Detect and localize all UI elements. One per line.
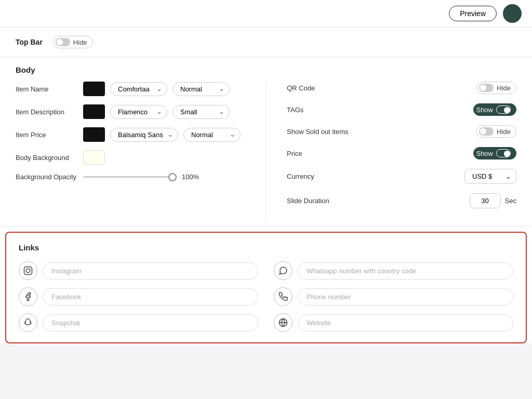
links-grid (19, 261, 513, 332)
facebook-input[interactable] (43, 288, 258, 305)
whatsapp-icon (274, 261, 292, 280)
currency-select[interactable]: USD $ (464, 169, 516, 184)
list-item (19, 287, 258, 306)
item-name-size-select[interactable]: Normal (172, 82, 230, 96)
item-price-color[interactable] (83, 127, 105, 142)
duration-input-wrapper: Sec (470, 193, 516, 208)
toggle-thumb (57, 39, 63, 45)
right-panel: QR Code Hide TAGs Show (266, 82, 516, 218)
opacity-label: Background Opacity (16, 173, 78, 181)
list-item (19, 313, 258, 332)
sold-out-toggle[interactable]: Hide (476, 125, 516, 138)
whatsapp-input[interactable] (298, 262, 513, 280)
list-item (274, 261, 513, 280)
list-item (274, 313, 513, 332)
opacity-slider-track[interactable] (83, 176, 177, 178)
opacity-slider-thumb[interactable] (168, 173, 177, 181)
price-toggle-text: Show (476, 150, 493, 157)
user-avatar (503, 4, 522, 23)
body-section: Body Item Name Comfortaa Normal (0, 57, 532, 227)
sold-out-toggle-track (479, 127, 494, 136)
sec-label: Sec (505, 197, 516, 205)
top-bar-label: Top Bar (16, 38, 43, 46)
item-description-row: Item Description Flamenco Small (16, 104, 245, 119)
item-description-size-select[interactable]: Small (172, 105, 230, 119)
slide-duration-row: Slide Duration Sec (287, 193, 516, 208)
phone-input[interactable] (298, 288, 513, 305)
item-name-row: Item Name Comfortaa Normal (16, 82, 245, 96)
instagram-input[interactable] (43, 262, 258, 280)
sold-out-toggle-thumb (480, 128, 486, 135)
list-item (274, 287, 513, 306)
sold-out-row: Show Sold out items Hide (287, 125, 516, 138)
item-name-color[interactable] (83, 82, 105, 96)
svg-point-2 (30, 268, 31, 269)
opacity-value: 100% (182, 173, 199, 181)
top-bar-header: Preview (0, 0, 532, 28)
svg-point-1 (26, 269, 30, 273)
qr-code-toggle-text: Hide (497, 84, 511, 92)
qr-code-toggle-thumb (480, 85, 486, 91)
price-toggle-track (496, 149, 511, 157)
snapchat-icon (19, 313, 37, 332)
tags-toggle-track (496, 105, 511, 114)
website-input[interactable] (298, 314, 513, 331)
qr-code-toggle[interactable]: Hide (476, 82, 516, 94)
toggle-track (56, 38, 70, 46)
instagram-icon (19, 261, 37, 280)
item-price-label: Item Price (16, 131, 78, 139)
item-description-color[interactable] (83, 104, 105, 119)
opacity-row: Background Opacity 100% (16, 173, 245, 181)
links-title: Links (19, 243, 513, 252)
tags-toggle-thumb (504, 107, 510, 113)
svg-rect-0 (24, 267, 32, 275)
preview-button[interactable]: Preview (449, 6, 497, 21)
facebook-icon (19, 287, 37, 306)
tags-label: TAGs (287, 106, 360, 114)
qr-code-toggle-track (479, 84, 494, 92)
body-background-row: Body Background (16, 150, 245, 165)
sold-out-toggle-text: Hide (497, 128, 511, 136)
sold-out-label: Show Sold out items (287, 128, 360, 136)
item-price-font-select[interactable]: Balsamiq Sans (110, 128, 178, 142)
tags-toggle[interactable]: Show (473, 103, 516, 116)
website-icon (274, 313, 292, 332)
price-toggle[interactable]: Show (473, 147, 516, 159)
main-content: Top Bar Hide Body Item Name Comfo (0, 28, 532, 343)
price-toggle-thumb (504, 151, 510, 157)
qr-code-row: QR Code Hide (287, 82, 516, 94)
body-background-color[interactable] (83, 150, 105, 165)
item-name-label: Item Name (16, 85, 78, 93)
item-price-size-select[interactable]: Normal (183, 128, 241, 142)
price-label: Price (287, 150, 360, 157)
currency-row: Currency USD $ (287, 169, 516, 184)
currency-label: Currency (287, 172, 360, 180)
qr-code-label: QR Code (287, 84, 360, 92)
body-background-label: Body Background (16, 154, 78, 162)
duration-input[interactable] (470, 193, 501, 208)
list-item (19, 261, 258, 280)
snapchat-input[interactable] (43, 314, 258, 331)
tags-row: TAGs Show (287, 103, 516, 116)
slide-duration-label: Slide Duration (287, 197, 360, 205)
item-name-font-select[interactable]: Comfortaa (110, 82, 167, 96)
top-bar-section: Top Bar Hide (0, 28, 532, 57)
top-bar-toggle[interactable]: Hide (53, 36, 93, 48)
price-row: Price Show (287, 147, 516, 159)
item-description-font-select[interactable]: Flamenco (110, 105, 167, 119)
phone-icon (274, 287, 292, 306)
left-panel: Item Name Comfortaa Normal (16, 82, 266, 218)
links-section: Links (5, 232, 527, 343)
body-title: Body (16, 65, 516, 74)
item-description-label: Item Description (16, 108, 78, 116)
toggle-text: Hide (73, 38, 87, 46)
item-price-row: Item Price Balsamiq Sans Normal (16, 127, 245, 142)
tags-toggle-text: Show (476, 106, 493, 114)
